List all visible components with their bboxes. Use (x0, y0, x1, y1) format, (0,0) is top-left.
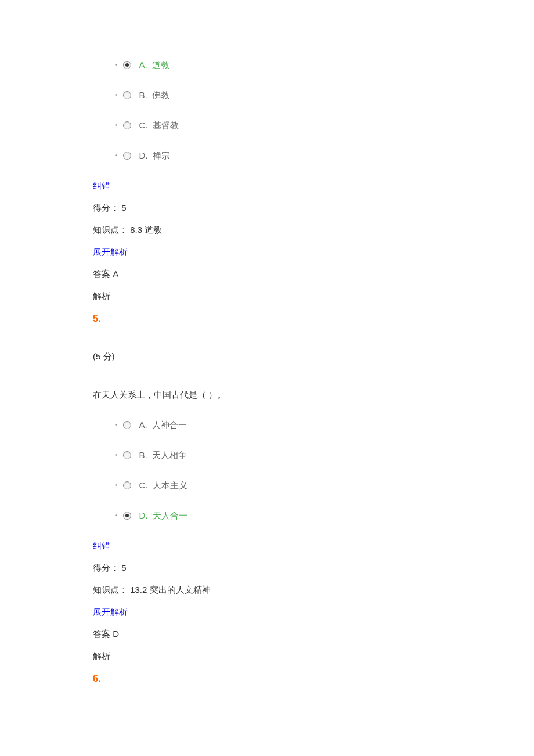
radio-unselected-icon (123, 152, 131, 160)
option-c[interactable]: • C. 基督教 (115, 118, 441, 132)
option-a[interactable]: • A. 人神合一 (115, 418, 441, 432)
explain-line: 解析 (93, 289, 441, 303)
answer-line: 答案 A (93, 267, 441, 281)
explain-line: 解析 (93, 649, 441, 663)
bullet-icon: • (115, 511, 117, 520)
option-c-label: C. 人本主义 (139, 478, 187, 492)
option-a[interactable]: • A. 道教 (115, 58, 441, 72)
radio-unselected-icon (123, 91, 131, 99)
expand-analysis-link[interactable]: 展开解析 (93, 245, 441, 259)
question-4-block: • A. 道教 • B. 佛教 • C. 基督教 • (93, 58, 441, 303)
score-line: 得分： 5 (93, 561, 441, 575)
question-6-block: 6. (93, 671, 441, 686)
question-5-block: 5. (5 分) 在天人关系上，中国古代是（ ）。 • A. 人神合一 • B.… (93, 311, 441, 663)
knowledge-line: 知识点： 13.2 突出的人文精神 (93, 583, 441, 597)
score-line: 得分： 5 (93, 201, 441, 215)
radio-unselected-icon (123, 421, 131, 429)
bullet-icon: • (115, 151, 117, 160)
bullet-icon: • (115, 420, 117, 430)
option-b[interactable]: • B. 天人相争 (115, 448, 441, 462)
radio-unselected-icon (123, 481, 131, 489)
question-5-number: 5. (93, 311, 441, 326)
question-5-options: • A. 人神合一 • B. 天人相争 • C. 人本主义 • (93, 418, 441, 523)
question-4-options: • A. 道教 • B. 佛教 • C. 基督教 • (93, 58, 441, 163)
answer-line: 答案 D (93, 627, 441, 641)
option-b-label: B. 佛教 (139, 88, 169, 102)
correction-link[interactable]: 纠错 (93, 179, 441, 193)
radio-selected-icon (123, 512, 131, 520)
bullet-icon: • (115, 481, 117, 490)
question-5-text: 在天人关系上，中国古代是（ ）。 (93, 388, 441, 402)
expand-analysis-link[interactable]: 展开解析 (93, 605, 441, 619)
option-d[interactable]: • D. 禅宗 (115, 149, 441, 163)
option-b-label: B. 天人相争 (139, 448, 187, 462)
question-6-number: 6. (93, 671, 441, 686)
option-a-label: A. 道教 (139, 58, 169, 72)
option-d[interactable]: • D. 天人合一 (115, 509, 441, 523)
question-5-points: (5 分) (93, 350, 441, 363)
correction-link[interactable]: 纠错 (93, 539, 441, 553)
option-b[interactable]: • B. 佛教 (115, 88, 441, 102)
option-a-label: A. 人神合一 (139, 418, 187, 432)
knowledge-line: 知识点： 8.3 道教 (93, 223, 441, 237)
bullet-icon: • (115, 451, 117, 460)
radio-unselected-icon (123, 121, 131, 129)
bullet-icon: • (115, 60, 117, 70)
radio-unselected-icon (123, 451, 131, 459)
option-c[interactable]: • C. 人本主义 (115, 478, 441, 492)
bullet-icon: • (115, 91, 117, 100)
option-d-label: D. 天人合一 (139, 509, 187, 523)
option-c-label: C. 基督教 (139, 118, 179, 132)
bullet-icon: • (115, 121, 117, 130)
option-d-label: D. 禅宗 (139, 149, 170, 163)
radio-selected-icon (123, 61, 131, 69)
